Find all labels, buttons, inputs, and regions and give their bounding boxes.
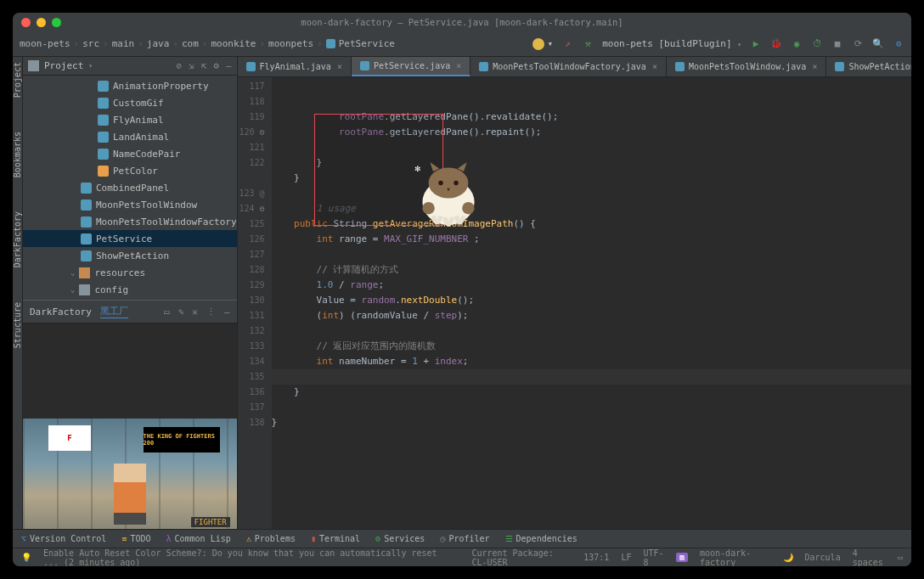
coverage-icon[interactable]: ◉ [791, 38, 803, 50]
code-editor[interactable]: rootPane.getLayeredPane().revalidate(); … [272, 77, 911, 529]
close-tab-icon[interactable]: × [812, 62, 817, 71]
breadcrumb-item[interactable]: moon-pets [20, 38, 70, 49]
editor-tab[interactable]: PetService.java× [352, 57, 470, 76]
search-icon[interactable]: 🔍 [872, 38, 884, 50]
tree-item[interactable]: ⌄resources [23, 264, 237, 281]
tree-item-label: FlyAnimal [113, 115, 164, 126]
tree-item[interactable]: PetService [23, 230, 237, 247]
close-window-icon[interactable] [21, 18, 31, 27]
window-title: moon-dark-factory — PetService.java [moo… [13, 17, 911, 27]
navigation-bar: moon-pets› src› main› java› com› moonkit… [13, 31, 911, 57]
run-icon[interactable]: ▶ [750, 38, 762, 50]
tool-dependencies[interactable]: ☰Dependencies [505, 534, 578, 543]
collapse-all-icon[interactable]: ⇱ [201, 60, 207, 71]
status-indent[interactable]: 4 spaces [853, 548, 886, 567]
project-tool-window: Project ▾ ⊘ ⇲ ⇱ ⚙ — AnimationPropertyCus… [23, 57, 238, 529]
breadcrumb-item[interactable]: moonkite [211, 38, 256, 49]
build-icon[interactable]: ⚒ [582, 38, 594, 50]
select-opened-file-icon[interactable]: ⊘ [176, 60, 182, 71]
breadcrumb-item[interactable]: java [147, 38, 170, 49]
tool-services[interactable]: ⚙Services [375, 534, 425, 543]
tree-item[interactable]: AnimationProperty [23, 77, 237, 94]
file-icon [81, 216, 92, 228]
status-line-separator[interactable]: LF [621, 553, 631, 562]
class-icon [326, 39, 335, 48]
tool-version-control[interactable]: ⌥Version Control [21, 534, 106, 543]
collaborators[interactable]: ▾ [532, 38, 554, 50]
editor-tab[interactable]: ShowPetAction.java× [826, 57, 911, 76]
tool-todo[interactable]: ≡TODO [121, 534, 150, 543]
breadcrumb-item[interactable]: com [182, 38, 199, 49]
tree-item[interactable]: FlyAnimal [23, 111, 237, 128]
status-encoding[interactable]: UTF-8 [643, 548, 664, 567]
tool-profiler[interactable]: ◷Profiler [440, 534, 489, 543]
close-tab-icon[interactable]: × [456, 61, 461, 70]
tree-item-label: config [94, 284, 128, 295]
file-icon [98, 81, 109, 92]
updates-icon[interactable]: ⟳ [852, 38, 864, 50]
darkfactory-tab-b[interactable]: 黑工厂 [100, 305, 128, 318]
debug-icon[interactable]: 🐞 [770, 38, 782, 50]
tree-item[interactable]: CombinedPanel [23, 179, 237, 196]
expand-all-icon[interactable]: ⇲ [189, 60, 194, 71]
status-project[interactable]: moon-dark-factory [700, 548, 771, 567]
breadcrumb-item[interactable]: main [112, 38, 135, 49]
tree-item[interactable]: MoonPetsToolWindow [23, 196, 237, 213]
stripe-button-darkfactory[interactable]: DarkFactory [13, 211, 22, 267]
tree-item[interactable]: CustomGif [23, 94, 237, 111]
breadcrumb-item[interactable]: PetService [339, 38, 395, 49]
tree-item[interactable]: ⌄config [23, 281, 237, 298]
pet-sprite: ✻ [332, 140, 408, 218]
close-tab-icon[interactable]: × [652, 62, 657, 71]
run-config-selector[interactable]: moon-pets [buildPlugin] ▾ [602, 38, 741, 49]
breadcrumb-item[interactable]: src [82, 38, 99, 49]
tool-common-lisp[interactable]: λCommon Lisp [166, 534, 230, 543]
breadcrumb[interactable]: moon-pets› src› main› java› com› moonkit… [20, 38, 395, 49]
pet-overlay-box: ✻ [314, 114, 443, 226]
tree-item[interactable]: NameCodePair [23, 145, 237, 162]
editor-tab[interactable]: MoonPetsToolWindowFactory.java× [470, 57, 667, 76]
edit-icon[interactable]: ✎ [178, 306, 184, 318]
tree-item[interactable]: PetColor [23, 162, 237, 179]
tree-item-label: PetColor [113, 166, 158, 177]
hide-icon[interactable]: — [226, 60, 232, 71]
ai-icon[interactable]: ↗ [561, 38, 573, 50]
titlebar: moon-dark-factory — PetService.java [moo… [13, 13, 911, 31]
tree-item[interactable]: LandAnimal [23, 128, 237, 145]
breadcrumb-item[interactable]: moonpets [268, 38, 313, 49]
tips-icon[interactable]: 💡 [21, 553, 31, 562]
status-theme[interactable]: Darcula [805, 553, 841, 562]
mem-indicator[interactable]: ▭ [898, 553, 903, 562]
stripe-button-project[interactable]: Project [13, 62, 22, 98]
stop-icon[interactable]: ■ [831, 38, 843, 50]
gutter[interactable]: 117118119120 ⊝121122 123 @124 ⊝125126127… [238, 77, 272, 529]
status-caret-position[interactable]: 137:1 [583, 553, 609, 562]
settings-icon[interactable]: ⚙ [893, 38, 904, 50]
darkfactory-tab-a[interactable]: DarkFactory [30, 306, 92, 318]
profiler-icon[interactable]: ⏱ [811, 38, 823, 50]
hide-icon[interactable]: — [224, 306, 230, 318]
game-character [114, 464, 146, 525]
window-mode-icon[interactable]: ▭ [164, 306, 170, 318]
tool-terminal[interactable]: ▮Terminal [311, 534, 360, 543]
status-package[interactable]: Current Package: CL-USER [471, 548, 572, 567]
close-icon[interactable]: ✕ [192, 306, 198, 318]
stripe-button-structure[interactable]: Structure [13, 302, 22, 348]
minimize-window-icon[interactable] [37, 18, 46, 27]
svg-point-4 [423, 202, 435, 214]
tool-problems[interactable]: ⚠Problems [246, 534, 296, 543]
status-tip[interactable]: Enable Auto Reset Color Scheme?: Do you … [43, 548, 448, 567]
tree-item[interactable]: MoonPetsToolWindowFactory [23, 213, 237, 230]
tree-item-label: LandAnimal [113, 132, 169, 143]
project-tree[interactable]: AnimationPropertyCustomGifFlyAnimalLandA… [23, 76, 237, 300]
status-newui-badge[interactable]: m [676, 553, 688, 562]
project-view-dropdown[interactable]: ▾ [88, 62, 93, 70]
settings-gear-icon[interactable]: ⚙ [213, 60, 219, 71]
maximize-window-icon[interactable] [52, 18, 61, 27]
options-icon[interactable]: ⋮ [206, 306, 216, 318]
editor-tab[interactable]: FlyAnimal.java× [238, 57, 352, 76]
tree-item[interactable]: ShowPetAction [23, 247, 237, 264]
close-tab-icon[interactable]: × [337, 62, 342, 71]
editor-tab[interactable]: MoonPetsToolWindow.java× [667, 57, 827, 76]
stripe-button-bookmarks[interactable]: Bookmarks [13, 132, 22, 177]
